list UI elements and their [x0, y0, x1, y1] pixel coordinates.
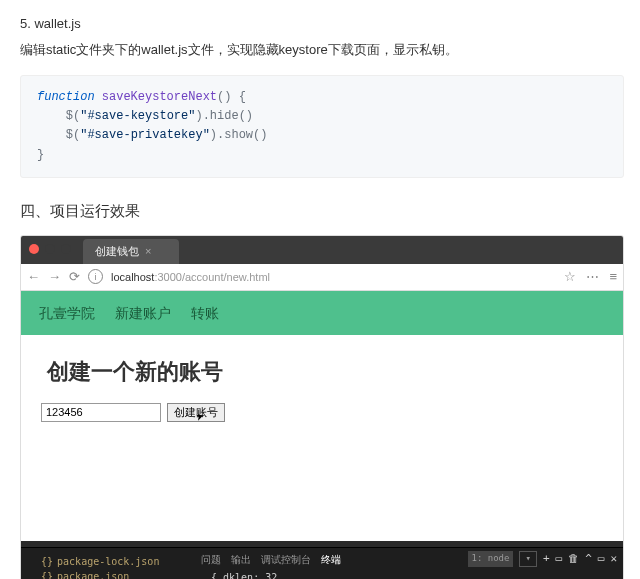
url-text[interactable]: localhost:3000/account/new.html: [111, 271, 270, 283]
browser-address-bar: ← → ⟳ i localhost:3000/account/new.html …: [21, 264, 623, 291]
devtools-panel: {}package-lock.json {}package.json 问题 输出…: [21, 541, 623, 579]
create-account-button[interactable]: 创建账号 ➤: [167, 403, 225, 422]
devtools-tab-problems[interactable]: 问题: [201, 552, 221, 567]
terminal-output: { dklen: 32, salt: salt: '99f2680cb55bf1…: [199, 570, 619, 579]
screenshot-browser-window: 创建钱包 × ← → ⟳ i localhost:3000/account/ne…: [20, 235, 624, 579]
create-account-form: 创建账号 ➤: [41, 403, 603, 422]
browser-menu-icon[interactable]: ≡: [609, 269, 617, 284]
page-title: 创建一个新的账号: [47, 357, 597, 387]
terminal-maximize-icon[interactable]: ▭: [598, 551, 605, 568]
tab-title: 创建钱包: [95, 244, 139, 259]
nav-link-new-account[interactable]: 新建账户: [115, 305, 171, 323]
devtools-tab-bar: 问题 输出 调试控制台 终端 1: node ▾ + ▭ 🗑 ^ ▭ ✕: [199, 548, 619, 571]
terminal-dropdown-icon[interactable]: ▾: [519, 551, 536, 567]
bookmark-star-icon[interactable]: ☆: [564, 269, 576, 284]
terminal-up-icon[interactable]: ^: [585, 551, 592, 568]
nav-back-button[interactable]: ←: [27, 269, 40, 284]
devtools-tab-output[interactable]: 输出: [231, 552, 251, 567]
site-navbar: 孔壹学院 新建账户 转账: [21, 291, 623, 335]
step-description: 编辑static文件夹下的wallet.js文件，实现隐藏keystore下载页…: [20, 41, 624, 59]
close-tab-icon[interactable]: ×: [145, 245, 151, 257]
file-tree-panel: {}package-lock.json {}package.json: [21, 548, 195, 579]
section-heading: 四、项目运行效果: [20, 202, 624, 221]
close-window-icon[interactable]: [29, 244, 39, 254]
step-heading: 5. wallet.js: [20, 16, 624, 31]
nav-link-transfer[interactable]: 转账: [191, 305, 219, 323]
devtools-tab-debug-console[interactable]: 调试控制台: [261, 552, 311, 567]
page-viewport: 孔壹学院 新建账户 转账 创建一个新的账号 创建账号 ➤: [21, 291, 623, 541]
devtools-tab-terminal[interactable]: 终端: [321, 552, 341, 567]
terminal-kill-icon[interactable]: 🗑: [568, 551, 579, 568]
browser-tab-bar: 创建钱包 ×: [21, 236, 623, 264]
window-controls: [29, 244, 71, 254]
nav-reload-button[interactable]: ⟳: [69, 269, 80, 284]
maximize-window-icon[interactable]: [61, 244, 71, 254]
file-tree-item[interactable]: {}package.json: [41, 569, 191, 579]
terminal-selector[interactable]: 1: node: [468, 551, 514, 567]
file-tree-item[interactable]: {}package-lock.json: [41, 554, 191, 569]
minimize-window-icon[interactable]: [45, 244, 55, 254]
password-input[interactable]: [41, 403, 161, 422]
terminal-new-icon[interactable]: +: [543, 551, 550, 568]
site-info-icon[interactable]: i: [88, 269, 103, 284]
nav-link-home[interactable]: 孔壹学院: [39, 305, 95, 323]
code-block: function saveKeystoreNext() { $("#save-k…: [20, 75, 624, 178]
nav-forward-button[interactable]: →: [48, 269, 61, 284]
function-name: saveKeystoreNext: [102, 90, 217, 104]
extensions-icon[interactable]: ⋯: [586, 269, 599, 284]
keyword-function: function: [37, 90, 95, 104]
terminal-close-icon[interactable]: ✕: [610, 551, 617, 568]
terminal-split-icon[interactable]: ▭: [556, 551, 563, 568]
browser-tab-active[interactable]: 创建钱包 ×: [83, 239, 179, 264]
